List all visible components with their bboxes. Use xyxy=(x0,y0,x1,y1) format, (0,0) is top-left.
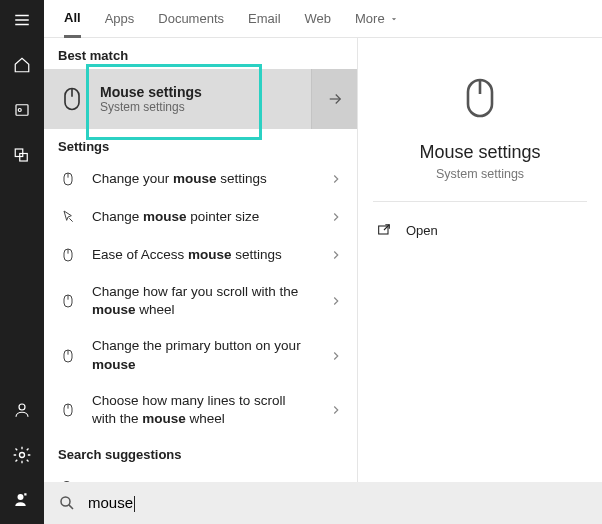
mouse-icon xyxy=(58,85,86,113)
svg-point-8 xyxy=(20,453,25,458)
svg-point-9 xyxy=(18,494,24,500)
mouse-icon xyxy=(58,291,78,311)
chevron-right-icon xyxy=(329,403,343,417)
person-pin-icon[interactable] xyxy=(10,488,34,512)
svg-point-7 xyxy=(19,404,25,410)
detail-subtitle: System settings xyxy=(436,167,524,181)
best-match-container: Mouse settings System settings xyxy=(44,69,357,129)
menu-icon[interactable] xyxy=(10,8,34,32)
chevron-right-icon xyxy=(329,349,343,363)
svg-point-4 xyxy=(18,109,21,112)
settings-item-text: Change your mouse settings xyxy=(92,170,315,188)
best-match-result[interactable]: Mouse settings System settings xyxy=(44,69,357,129)
svg-rect-5 xyxy=(15,149,23,157)
settings-item[interactable]: Change mouse pointer size xyxy=(44,198,357,236)
detail-pane: Mouse settings System settings Open xyxy=(357,38,602,482)
collection-icon[interactable] xyxy=(10,98,34,122)
search-icon xyxy=(58,494,76,512)
search-suggestion[interactable]: mouse - See web results xyxy=(44,468,357,482)
filter-tabs: All Apps Documents Email Web More xyxy=(44,0,602,38)
mouse-icon xyxy=(58,400,78,420)
open-action[interactable]: Open xyxy=(376,222,438,238)
svg-rect-10 xyxy=(24,493,26,495)
mouse-icon xyxy=(58,169,78,189)
tab-web[interactable]: Web xyxy=(305,11,332,36)
settings-item[interactable]: Change your mouse settings xyxy=(44,160,357,198)
pointer-icon xyxy=(58,207,78,227)
tab-email[interactable]: Email xyxy=(248,11,281,36)
section-settings: Settings xyxy=(44,129,357,160)
tab-apps[interactable]: Apps xyxy=(105,11,135,36)
tab-more[interactable]: More xyxy=(355,11,399,36)
section-suggestions: Search suggestions xyxy=(44,437,357,468)
search-panel: All Apps Documents Email Web More Best m… xyxy=(44,0,602,524)
settings-item[interactable]: Change the primary button on your mouse xyxy=(44,328,357,382)
divider xyxy=(373,201,588,202)
settings-item[interactable]: Choose how many lines to scroll with the… xyxy=(44,383,357,437)
search-bar: mouse xyxy=(44,482,602,524)
best-match-title: Mouse settings xyxy=(100,84,202,100)
account-icon[interactable] xyxy=(10,398,34,422)
detail-title: Mouse settings xyxy=(419,142,540,163)
settings-item-text: Choose how many lines to scroll with the… xyxy=(92,392,315,428)
chevron-down-icon xyxy=(389,14,399,24)
chevron-right-icon xyxy=(329,172,343,186)
chevron-right-icon xyxy=(329,294,343,308)
results-list: Best match Mouse settings System setting… xyxy=(44,38,357,482)
chevron-right-icon xyxy=(329,210,343,224)
mouse-icon xyxy=(456,74,504,122)
section-best-match: Best match xyxy=(44,38,357,69)
home-icon[interactable] xyxy=(10,53,34,77)
search-input[interactable]: mouse xyxy=(88,494,135,512)
tab-documents[interactable]: Documents xyxy=(158,11,224,36)
arrow-right-icon xyxy=(326,90,344,108)
settings-item-text: Change mouse pointer size xyxy=(92,208,315,226)
settings-item[interactable]: Ease of Access mouse settings xyxy=(44,236,357,274)
settings-item[interactable]: Change how far you scroll with the mouse… xyxy=(44,274,357,328)
open-icon xyxy=(376,222,392,238)
mouse-icon xyxy=(58,245,78,265)
svg-point-30 xyxy=(61,497,70,506)
settings-item-text: Change how far you scroll with the mouse… xyxy=(92,283,315,319)
tab-all[interactable]: All xyxy=(64,10,81,38)
taskbar-sidebar xyxy=(0,0,44,524)
mouse-icon xyxy=(58,346,78,366)
settings-item-text: Change the primary button on your mouse xyxy=(92,337,315,373)
gear-icon[interactable] xyxy=(10,443,34,467)
best-match-subtitle: System settings xyxy=(100,100,202,114)
open-label: Open xyxy=(406,223,438,238)
svg-line-31 xyxy=(69,505,73,509)
svg-rect-6 xyxy=(20,154,28,162)
best-match-expand[interactable] xyxy=(311,69,357,129)
tab-more-label: More xyxy=(355,11,385,26)
chevron-right-icon xyxy=(329,248,343,262)
settings-item-text: Ease of Access mouse settings xyxy=(92,246,315,264)
library-icon[interactable] xyxy=(10,143,34,167)
